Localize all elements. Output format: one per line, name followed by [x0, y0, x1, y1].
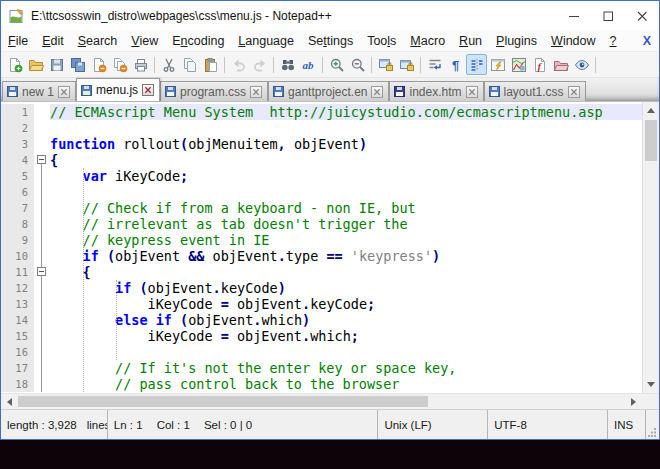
menu-item-edit[interactable]: Edit	[35, 32, 71, 50]
define-language-button[interactable]	[487, 54, 508, 75]
monitoring-button[interactable]	[571, 54, 592, 75]
menu-item-tools[interactable]: Tools	[360, 32, 403, 50]
code-line[interactable]: 9 // keypress event in IE	[1, 232, 642, 248]
line-number: 1	[1, 104, 34, 120]
cut-button[interactable]	[158, 54, 179, 75]
fold-margin	[34, 232, 50, 248]
code-line[interactable]: 10 if (objEvent && objEvent.type == 'key…	[1, 248, 642, 264]
menu-item-search[interactable]: Search	[71, 32, 125, 50]
close-all-button[interactable]	[109, 54, 130, 75]
tab-ganttproject-en[interactable]: ganttproject.en	[268, 81, 389, 101]
menu-item-settings[interactable]: Settings	[301, 32, 360, 50]
fold-collapse-marker[interactable]	[34, 152, 50, 168]
fold-collapse-marker[interactable]	[34, 264, 50, 280]
code-view[interactable]: 1// ECMAscript Menu System http://juicys…	[1, 102, 642, 393]
menu-item-window[interactable]: Window	[544, 32, 602, 50]
code-line[interactable]: 2	[1, 120, 642, 136]
code-line[interactable]: 3function rollout(objMenuitem, objEvent)	[1, 136, 642, 152]
title-bar[interactable]: E:\ttcsosswin_distro\webpages\css\menu.j…	[1, 1, 659, 30]
menu-item-plugins[interactable]: Plugins	[489, 32, 544, 50]
code-line[interactable]: 8 // irrelevant as tab doesn't trigger t…	[1, 216, 642, 232]
scroll-right-arrow[interactable]	[625, 394, 642, 409]
tab-layout1-css[interactable]: layout1.css	[484, 81, 586, 101]
menubar-close-document-x[interactable]: X	[643, 34, 651, 48]
code-line[interactable]: 6	[1, 184, 642, 200]
code-line[interactable]: 16	[1, 344, 642, 360]
menu-item-run[interactable]: Run	[452, 32, 489, 50]
scroll-left-arrow[interactable]	[1, 394, 18, 409]
code-line[interactable]: 14 else if (objEvent.which)	[1, 312, 642, 328]
tab-index-htm[interactable]: index.htm	[389, 81, 483, 101]
menu-item-macro[interactable]: Macro	[403, 32, 452, 50]
code-line[interactable]: 5 var iKeyCode;	[1, 168, 642, 184]
horizontal-scroll-thumb[interactable]	[18, 396, 428, 407]
status-encoding[interactable]: UTF-8	[488, 410, 608, 439]
code-line[interactable]: 4{	[1, 152, 642, 168]
code-line[interactable]: 18 // pass control back to the browser	[1, 376, 642, 392]
menu-item-view[interactable]: View	[124, 32, 165, 50]
tab-close-icon[interactable]	[58, 86, 70, 98]
vertical-scrollbar[interactable]	[642, 102, 659, 393]
editor-area[interactable]: 1// ECMAscript Menu System http://juicys…	[1, 101, 659, 409]
close-button[interactable]	[625, 1, 659, 30]
code-line[interactable]: 7 // Check if from a keyboard - non IE, …	[1, 200, 642, 216]
tab-program-css[interactable]: program.css	[160, 81, 268, 101]
paste-button[interactable]	[200, 54, 221, 75]
word-wrap-button[interactable]	[424, 54, 445, 75]
menu-item-file[interactable]: File	[1, 32, 35, 50]
show-indent-guide-button[interactable]	[466, 54, 487, 75]
horizontal-scrollbar[interactable]	[1, 393, 659, 409]
vertical-scroll-thumb[interactable]	[645, 120, 657, 161]
sync-vertical-scroll-button[interactable]	[375, 54, 396, 75]
maximize-button[interactable]	[591, 1, 625, 30]
function-list-button[interactable]: f	[529, 54, 550, 75]
scroll-down-arrow[interactable]	[643, 376, 659, 393]
code-line[interactable]: 17 // If it's not the enter key or space…	[1, 360, 642, 376]
undo-button[interactable]	[228, 54, 249, 75]
zoom-in-button[interactable]	[326, 54, 347, 75]
fold-margin	[34, 200, 50, 216]
sync-horizontal-scroll-button[interactable]	[396, 54, 417, 75]
save-file-button[interactable]	[46, 54, 67, 75]
code-line[interactable]: 12 if (objEvent.keyCode)	[1, 280, 642, 296]
tab-close-icon[interactable]	[466, 86, 478, 98]
line-number: 4	[1, 152, 34, 168]
fold-margin	[34, 248, 50, 264]
new-file-button[interactable]	[4, 54, 25, 75]
code-line[interactable]: 11 {	[1, 264, 642, 280]
code-line[interactable]: 13 iKeyCode = objEvent.keyCode;	[1, 296, 642, 312]
menu-item-[interactable]: ?	[603, 32, 624, 50]
close-file-button[interactable]	[88, 54, 109, 75]
find-button[interactable]	[277, 54, 298, 75]
show-all-chars-button[interactable]: ¶	[445, 54, 466, 75]
folder-as-workspace-button[interactable]	[550, 54, 571, 75]
copy-button[interactable]	[179, 54, 200, 75]
minimize-button[interactable]	[557, 1, 591, 30]
code-line[interactable]: 15 iKeyCode = objEvent.which;	[1, 328, 642, 344]
document-map-button[interactable]	[508, 54, 529, 75]
notepadpp-icon	[9, 8, 25, 24]
tab-close-icon[interactable]	[250, 86, 262, 98]
vertical-scroll-track[interactable]	[643, 119, 659, 376]
status-eol-format[interactable]: Unix (LF)	[378, 410, 488, 439]
tab-new-1[interactable]: new 1	[2, 81, 76, 101]
tab-close-icon[interactable]	[568, 86, 580, 98]
open-file-button[interactable]	[25, 54, 46, 75]
status-insert-mode[interactable]: INS	[608, 410, 646, 439]
menu-item-encoding[interactable]: Encoding	[165, 32, 231, 50]
tab-close-icon[interactable]	[142, 84, 154, 96]
zoom-out-button[interactable]	[347, 54, 368, 75]
redo-button[interactable]	[249, 54, 270, 75]
tab-close-icon[interactable]	[371, 86, 383, 98]
menu-item-language[interactable]: Language	[231, 32, 301, 50]
horizontal-scroll-track[interactable]	[18, 394, 625, 409]
toolbar-separator	[322, 57, 323, 73]
print-button[interactable]	[130, 54, 151, 75]
replace-button[interactable]: ab	[298, 54, 319, 75]
resize-grip[interactable]	[646, 410, 659, 439]
code-text: iKeyCode = objEvent.keyCode;	[50, 296, 642, 312]
save-all-button[interactable]	[67, 54, 88, 75]
scroll-up-arrow[interactable]	[643, 102, 659, 119]
tab-menu-js[interactable]: menu.js	[76, 78, 160, 101]
code-line[interactable]: 1// ECMAscript Menu System http://juicys…	[1, 104, 642, 120]
